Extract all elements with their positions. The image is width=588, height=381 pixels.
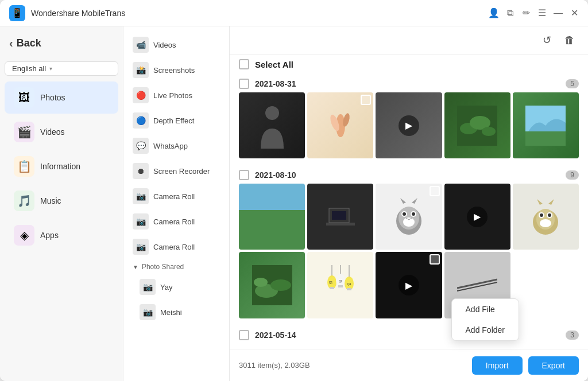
svg-point-0 [265,106,279,120]
photo-thumb[interactable] [239,184,305,250]
photo-thumb[interactable]: ▶ [376,92,442,158]
export-button[interactable]: Export [528,356,579,375]
minimize-button[interactable]: — [554,9,563,18]
item-count: 3011 item(s), 2.03GB [239,361,310,370]
back-section: ‹ Back [0,32,123,55]
app-title: Wondershare MobileTrans [31,9,489,18]
svg-marker-29 [537,199,543,205]
photo-thumb[interactable] [513,184,579,250]
date-label-2: 2021-08-10 [255,170,560,180]
sidebar-item-music[interactable]: 🎵 Music [5,185,118,217]
photo-thumb[interactable] [307,184,373,250]
photo-grid-2: ▶ [239,184,579,318]
svg-point-28 [540,219,551,227]
sub-item-screenshots[interactable]: 📸 Screenshots [123,57,229,83]
sub-camera1-icon: 📷 [133,188,149,204]
sub-item-screen-recorder[interactable]: ⏺ Screen Recorder [123,158,229,184]
thumb-checkbox[interactable] [430,254,440,265]
sub-item-meishi[interactable]: 📷 Meishi [123,300,229,325]
select-all-checkbox[interactable] [239,59,249,69]
thumb-checkbox[interactable] [430,186,440,196]
dropdown-menu: Add File Add Folder [451,298,519,341]
sub-depth-icon: 🔵 [133,112,149,129]
sub-item-camera-roll-1[interactable]: 📷 Camera Roll [123,184,229,209]
sidebar-label-music: Music [40,196,61,205]
date-checkbox-2[interactable] [239,170,249,180]
back-label: Back [17,37,41,49]
svg-point-19 [403,217,415,227]
rotate-icon[interactable]: ↺ [537,31,556,49]
sub-item-videos[interactable]: 📹 Videos [123,32,229,57]
sidebar: ‹ Back English all ▾ 🖼 Photos 🎬 Videos [0,26,123,381]
sidebar-item-videos[interactable]: 🎬 Videos [5,116,118,148]
app-window: 📱 Wondershare MobileTrans 👤 ⧉ ✏ ☰ — ✕ ‹ … [0,0,588,381]
copy-icon[interactable]: ⧉ [505,9,514,18]
svg-point-18 [412,212,415,216]
date-checkbox-1[interactable] [239,79,249,89]
svg-point-27 [548,213,551,217]
svg-point-7 [482,127,496,136]
profile-icon[interactable]: 👤 [489,9,498,18]
sidebar-label-photos: Photos [40,93,65,102]
sub-live-photos-icon: 🔴 [133,87,149,103]
sidebar-label-videos: Videos [40,127,65,137]
svg-point-17 [403,212,406,216]
date-label-1: 2021-08-31 [255,79,560,88]
photo-toolbar: ↺ 🗑 [230,26,588,55]
sub-item-camera-roll-2[interactable]: 📷 Camera Roll [123,209,229,234]
sub-item-depth-effect[interactable]: 🔵 Depth Effect [123,108,229,133]
select-all-label: Select All [255,60,293,69]
photo-thumb[interactable]: ▶ [376,252,442,318]
svg-rect-41 [338,285,343,287]
svg-marker-30 [548,199,554,205]
thumb-checkbox[interactable] [361,95,371,105]
music-icon: 🎵 [14,190,34,211]
menu-icon[interactable]: ☰ [537,9,547,18]
back-button[interactable]: ‹ Back [9,37,114,50]
date-section-1: 2021-08-31 5 [239,74,579,158]
photo-area: ↺ 🗑 Select All 2021-08-31 [230,26,588,381]
sidebar-item-photos[interactable]: 🖼 Photos [5,81,118,114]
import-button[interactable]: Import [472,356,523,375]
count-badge-1: 5 [566,79,579,88]
window-controls: 👤 ⧉ ✏ ☰ — ✕ [489,9,579,18]
photo-thumb[interactable] [307,92,373,158]
information-icon: 📋 [14,156,34,177]
sub-item-yay[interactable]: 📷 Yay [123,274,229,300]
content-area: 📹 Videos 📸 Screenshots 🔴 Live Photos 🔵 D… [123,26,588,381]
svg-text:Q1: Q1 [328,281,332,284]
sub-section-photo-shared[interactable]: ▼ Photo Shared [123,259,229,274]
photo-thumb[interactable] [444,92,510,158]
toolbar-actions: ↺ 🗑 [537,31,579,49]
delete-icon[interactable]: 🗑 [560,31,579,49]
sub-item-live-photos[interactable]: 🔴 Live Photos [123,83,229,108]
sub-screenshots-icon: 📸 [133,62,149,78]
date-row-2: 2021-08-10 9 [239,165,579,184]
photo-thumb[interactable] [239,92,305,158]
sidebar-item-apps[interactable]: ◈ Apps [5,219,118,251]
photo-scroll[interactable]: 2021-08-31 5 [230,72,588,381]
add-file-menu-item[interactable]: Add File [452,299,519,320]
sub-item-camera-roll-3[interactable]: 📷 Camera Roll [123,234,229,259]
sidebar-item-information[interactable]: 📋 Information [5,150,118,182]
photo-thumb[interactable]: ▶ [444,184,510,250]
photo-thumb[interactable] [376,184,442,250]
date-checkbox-3[interactable] [239,330,249,340]
photo-thumb[interactable] [513,92,579,158]
count-badge-3: 3 [566,331,579,340]
edit-icon[interactable]: ✏ [521,9,531,18]
apps-icon: ◈ [14,225,34,246]
svg-rect-9 [525,131,566,146]
add-folder-menu-item[interactable]: Add Folder [452,320,519,340]
date-row-1: 2021-08-31 5 [239,74,579,92]
sub-item-whatsapp[interactable]: 💬 WhatsApp [123,133,229,158]
sidebar-label-information: Information [40,162,80,171]
select-all-row: Select All [230,55,588,72]
date-section-2: 2021-08-10 9 [239,165,579,318]
date-section-3: 2021-05-14 3 [239,325,579,344]
photo-thumb[interactable] [239,252,305,318]
close-button[interactable]: ✕ [570,9,579,18]
app-logo: 📱 [9,5,25,21]
language-dropdown[interactable]: English all ▾ [5,61,118,76]
photo-thumb[interactable]: Q1 Q2 Q4 [307,252,373,318]
